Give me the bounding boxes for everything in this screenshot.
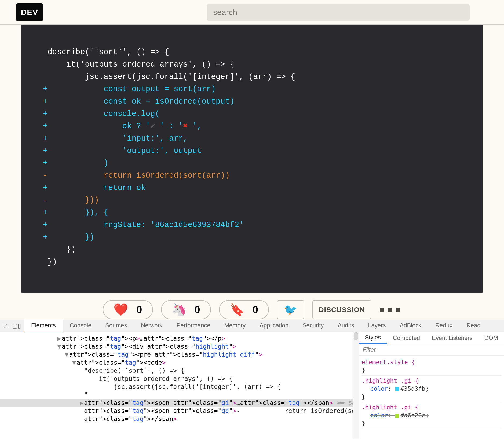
devtools-tab-elements[interactable]: Elements bbox=[24, 319, 63, 332]
styles-rules[interactable]: element.style {}.highlight .gi {color: #… bbox=[359, 356, 504, 430]
elements-row[interactable]: " bbox=[0, 391, 353, 399]
reactions-bar: ❤️ 0 🦄 0 🔖 0 🐦 DISCUSSION ■ ■ ■ bbox=[0, 298, 504, 320]
top-nav: DEV bbox=[0, 0, 504, 25]
unicorn-icon: 🦄 bbox=[172, 303, 187, 317]
style-rule[interactable]: .highlight .gi {color: #35d3fb;} bbox=[362, 376, 501, 402]
article-wrapper: describe('`sort`', () => { it('outputs o… bbox=[0, 25, 504, 298]
unicorn-count: 0 bbox=[195, 304, 200, 316]
devtools-tab-read[interactable]: Read bbox=[459, 319, 488, 332]
discussion-label: DISCUSSION bbox=[319, 306, 365, 314]
styles-tab-computed[interactable]: Computed bbox=[387, 332, 426, 344]
elements-row[interactable]: jsc.assert(jsc.forall('[integer]', (arr)… bbox=[0, 383, 353, 391]
devtools-tabs: ⟀ ▢▯ ElementsConsoleSourcesNetworkPerfor… bbox=[0, 320, 504, 332]
code-line: - return isOrdered(sort(arr)) bbox=[43, 171, 230, 180]
code-line: + 'output:', output bbox=[43, 147, 202, 155]
twitter-share-button[interactable]: 🐦 bbox=[277, 300, 304, 319]
styles-filter-input[interactable] bbox=[359, 344, 504, 355]
devtools-body: ▶attr">class="tag"><p>…attr">class="tag"… bbox=[0, 332, 504, 439]
elements-row[interactable]: ▼attr">class="tag"><div attr">class="hig… bbox=[0, 342, 353, 350]
style-rule[interactable]: element.style {} bbox=[362, 357, 501, 376]
device-toggle-icon[interactable]: ▢▯ bbox=[12, 323, 21, 330]
devtools-tab-network[interactable]: Network bbox=[134, 319, 170, 332]
styles-tabs: StylesComputedEvent ListenersDOM bbox=[359, 332, 504, 344]
styles-panel: StylesComputedEvent ListenersDOM element… bbox=[359, 332, 504, 439]
elements-row[interactable]: ▼attr">class="tag"><code> bbox=[0, 358, 353, 367]
bookmark-icon: 🔖 bbox=[230, 303, 244, 317]
elements-row[interactable]: attr">class="tag"><span attr">class="gd"… bbox=[0, 407, 353, 415]
devtools-tab-sources[interactable]: Sources bbox=[98, 319, 134, 332]
bookmark-count: 0 bbox=[253, 304, 258, 316]
elements-row[interactable]: it('outputs ordered arrays', () => { bbox=[0, 375, 353, 383]
code-block: describe('`sort`', () => { it('outputs o… bbox=[21, 25, 483, 293]
search-wrapper bbox=[207, 4, 470, 21]
elements-panel[interactable]: ▶attr">class="tag"><p>…attr">class="tag"… bbox=[0, 332, 353, 439]
code-line: - })) bbox=[43, 196, 99, 205]
code-line: }) bbox=[43, 245, 76, 254]
style-rule[interactable]: .highlight .gi {color: #a6e22e;} bbox=[362, 402, 501, 429]
elements-row[interactable]: attr">class="tag"></span> bbox=[0, 415, 353, 423]
code-line: jsc.assert(jsc.forall('[integer]', (arr)… bbox=[43, 72, 295, 81]
discussion-button[interactable]: DISCUSSION bbox=[312, 300, 371, 319]
twitter-icon: 🐦 bbox=[284, 303, 297, 316]
bookmark-reaction-button[interactable]: 🔖 0 bbox=[219, 300, 269, 319]
code-line: it('outputs ordered arrays', () => { bbox=[43, 60, 235, 69]
devtools-tab-application[interactable]: Application bbox=[253, 319, 295, 332]
heart-reaction-button[interactable]: ❤️ 0 bbox=[103, 300, 153, 319]
styles-tab-event-listeners[interactable]: Event Listeners bbox=[426, 332, 479, 344]
code-line: describe('`sort`', () => { bbox=[43, 48, 169, 57]
code-line: + ) bbox=[43, 159, 108, 168]
elements-row[interactable]: ▼attr">class="tag"><pre attr">class="hig… bbox=[0, 350, 353, 358]
devtools-tab-memory[interactable]: Memory bbox=[217, 319, 253, 332]
unicorn-reaction-button[interactable]: 🦄 0 bbox=[161, 300, 211, 319]
elements-row[interactable]: "describe('`sort`', () => { bbox=[0, 367, 353, 375]
devtools-tab-security[interactable]: Security bbox=[295, 319, 331, 332]
code-line: + const ok = isOrdered(output) bbox=[43, 97, 235, 106]
devtools-tab-layers[interactable]: Layers bbox=[361, 319, 393, 332]
code-line: + }) bbox=[43, 233, 94, 242]
heart-icon: ❤️ bbox=[114, 303, 128, 317]
devtools-tab-console[interactable]: Console bbox=[63, 319, 98, 332]
elements-row[interactable]: ▶attr">class="tag"><span attr">class="gi… bbox=[0, 399, 353, 407]
styles-tab-styles[interactable]: Styles bbox=[359, 332, 387, 344]
code-line: + }), { bbox=[43, 208, 108, 217]
code-line: + const output = sort(arr) bbox=[43, 85, 216, 94]
dev-logo[interactable]: DEV bbox=[16, 3, 43, 21]
elements-scrollbar[interactable] bbox=[353, 332, 359, 439]
code-line: + ok ? '✔ ' : '✖ ', bbox=[43, 122, 202, 131]
devtools-tab-adblock[interactable]: AdBlock bbox=[393, 319, 429, 332]
code-line: + console.log( bbox=[43, 109, 160, 118]
devtools-tab-performance[interactable]: Performance bbox=[170, 319, 217, 332]
more-menu-button[interactable]: ■ ■ ■ bbox=[379, 305, 401, 314]
inspect-icon[interactable]: ⟀ bbox=[4, 323, 7, 330]
devtools-panel: ⟀ ▢▯ ElementsConsoleSourcesNetworkPerfor… bbox=[0, 320, 504, 439]
heart-count: 0 bbox=[136, 304, 142, 316]
code-line: }) bbox=[43, 258, 57, 266]
devtools-tab-audits[interactable]: Audits bbox=[331, 319, 361, 332]
code-line: + rngState: '86ac1d5e6093784bf2' bbox=[43, 221, 244, 229]
code-line: + 'input:', arr, bbox=[43, 134, 188, 143]
devtools-tab-redux[interactable]: Redux bbox=[428, 319, 459, 332]
search-input[interactable] bbox=[207, 4, 470, 21]
elements-row[interactable]: ▶attr">class="tag"><p>…attr">class="tag"… bbox=[0, 334, 353, 342]
code-line: + return ok bbox=[43, 184, 146, 192]
styles-tab-dom[interactable]: DOM bbox=[479, 332, 504, 344]
